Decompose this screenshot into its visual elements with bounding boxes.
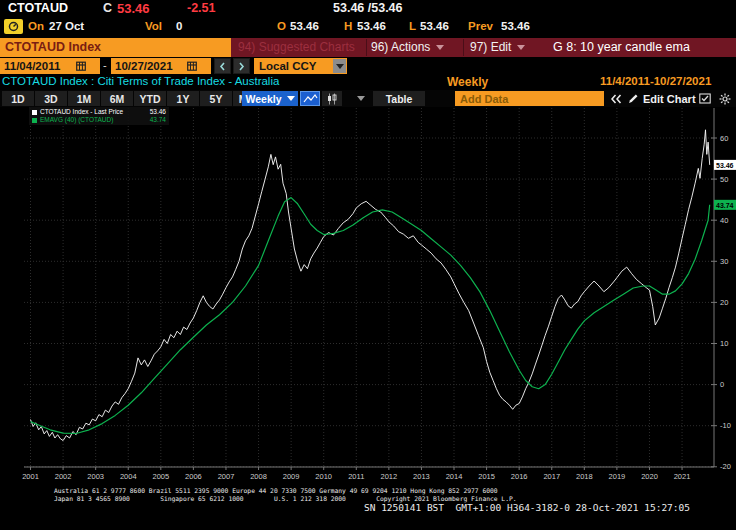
- x-axis-year-label: 2011: [348, 472, 364, 481]
- security-field[interactable]: CTOTAUD Index: [0, 38, 231, 57]
- chart-template-name: G 8: 10 year candle ema: [553, 38, 690, 57]
- menu-divider: [366, 39, 367, 56]
- ticker-symbol: CTOTAUD: [8, 1, 68, 15]
- high-label: H: [344, 20, 352, 32]
- currency-value: Local CCY: [259, 60, 317, 72]
- periodicity-label: Weekly: [246, 93, 282, 105]
- currency-dropdown-button[interactable]: [333, 59, 346, 73]
- menu-divider: [463, 39, 464, 56]
- edit-chart-label: Edit Chart: [643, 93, 696, 105]
- chevron-down-icon: [357, 96, 365, 101]
- end-date-box: [111, 58, 211, 74]
- menu-suggested-charts[interactable]: 94) Suggested Charts: [238, 38, 355, 57]
- range-button-1y[interactable]: 1Y: [167, 91, 199, 106]
- y-axis-tick-label: 10: [720, 339, 728, 348]
- y-axis-tick-label: 50: [720, 175, 728, 184]
- low-value: 53.46: [420, 20, 449, 32]
- range-button-6m[interactable]: 6M: [101, 91, 133, 106]
- chart-title-bar: CTOTAUD Index : Citi Terms of Trade Inde…: [0, 75, 736, 90]
- range-button-ytd[interactable]: YTD: [134, 91, 166, 106]
- range-button-5y[interactable]: 5Y: [200, 91, 232, 106]
- legend-swatch: [32, 110, 37, 115]
- range-button-3d[interactable]: 3D: [35, 91, 67, 106]
- add-data-input[interactable]: [455, 91, 604, 106]
- y-axis-tick-label: 40: [720, 216, 728, 225]
- x-axis-year-label: 2015: [478, 472, 495, 481]
- legend-label: CTOTAUD Index - Last Price: [40, 108, 123, 116]
- x-axis-year-label: 2021: [674, 472, 691, 481]
- menu-edit[interactable]: 97) Edit: [470, 38, 525, 57]
- x-axis-year-label: 2016: [511, 472, 528, 481]
- x-axis-year-label: 2008: [250, 472, 267, 481]
- x-axis-year-label: 2001: [22, 472, 39, 481]
- vol-label: Vol: [145, 20, 162, 32]
- chevron-down-icon: [517, 45, 525, 50]
- terminal-session-line: SN 1250141 BST GMT+1:00 H364-3182-0 28-O…: [0, 502, 690, 513]
- chevron-down-icon: [436, 45, 444, 50]
- price-tag: 53.46: [714, 160, 736, 170]
- table-button[interactable]: Table: [373, 91, 425, 106]
- double-chevron-left-icon: [610, 94, 622, 104]
- series-last-price: [31, 130, 710, 441]
- high-value: 53.46: [357, 20, 386, 32]
- chart-period: Weekly: [447, 75, 488, 89]
- x-axis-year-label: 2010: [315, 472, 332, 481]
- low-label: L: [409, 20, 416, 32]
- gear-icon: [719, 93, 731, 105]
- y-axis-tick-label: 60: [720, 134, 728, 143]
- periodicity-selector[interactable]: Weekly: [242, 91, 298, 106]
- bid-ask: 53.46 /53.46: [333, 1, 403, 15]
- x-axis-year-label: 2002: [55, 472, 72, 481]
- x-axis-year-label: 2005: [152, 472, 169, 481]
- annotate-button[interactable]: [697, 91, 713, 106]
- collapse-panel-button[interactable]: [607, 91, 624, 106]
- menu-bar: CTOTAUD Index 94) Suggested Charts 96) A…: [0, 38, 736, 57]
- start-date-box: [0, 58, 100, 74]
- range-forward-button[interactable]: [233, 58, 250, 74]
- currency-selector[interactable]: Local CCY: [254, 58, 347, 74]
- range-button-1m[interactable]: 1M: [68, 91, 100, 106]
- start-date-input[interactable]: [4, 60, 76, 72]
- legend-item[interactable]: EMAVG (40) (CTOTAUD)43.74: [32, 116, 166, 124]
- date-range-bar: - Local CCY: [0, 58, 736, 76]
- status-bar: Australia 61 2 9777 8600 Brazil 5511 239…: [0, 487, 736, 513]
- x-axis-year-label: 2012: [381, 472, 398, 481]
- candlestick-icon: [326, 93, 338, 105]
- range-back-button[interactable]: [214, 58, 231, 74]
- bloomberg-terminal-window: CTOTAUD C 53.46 -2.51 53.46 /53.46 On 27…: [0, 0, 736, 530]
- legend-value: 43.74: [146, 116, 166, 124]
- price-change: -2.51: [187, 1, 216, 15]
- edit-chart-button[interactable]: Edit Chart: [628, 91, 696, 106]
- y-axis-tick-label: 30: [720, 257, 728, 266]
- open-value: 53.46: [290, 20, 319, 32]
- pencil-icon: [628, 93, 639, 104]
- calendar-icon[interactable]: [187, 61, 197, 71]
- chevron-down-icon: [336, 64, 344, 69]
- series-emavg: [31, 198, 710, 434]
- x-axis-year-label: 2020: [641, 472, 658, 481]
- chart-plot-area[interactable]: 2001200220032004200520062007200820092010…: [0, 105, 736, 485]
- on-date: 27 Oct: [49, 20, 84, 32]
- end-date-input[interactable]: [115, 60, 187, 72]
- open-label: O: [277, 20, 286, 32]
- line-chart-type-button[interactable]: [300, 91, 320, 106]
- candle-chart-type-button[interactable]: [322, 91, 342, 106]
- svg-text:43.74: 43.74: [716, 202, 734, 209]
- menu-actions[interactable]: 96) Actions: [371, 38, 444, 57]
- settings-button[interactable]: [717, 91, 733, 106]
- chart-date-range: 11/4/2011-10/27/2021: [600, 75, 711, 87]
- calendar-icon[interactable]: [76, 61, 86, 71]
- contact-line-1: Australia 61 2 9777 8600 Brazil 5511 239…: [0, 487, 736, 495]
- x-axis-year-label: 2017: [543, 472, 560, 481]
- price-tag: 43.74: [714, 200, 736, 210]
- legend-value: 53.46: [146, 108, 166, 116]
- legend-item[interactable]: CTOTAUD Index - Last Price53.46: [32, 108, 166, 116]
- close-label: C: [103, 1, 112, 15]
- x-axis-year-label: 2009: [283, 472, 300, 481]
- range-button-1d[interactable]: 1D: [2, 91, 34, 106]
- x-axis-year-label: 2019: [609, 472, 626, 481]
- chart-title: CTOTAUD Index : Citi Terms of Trade Inde…: [2, 75, 279, 87]
- more-chart-types-button[interactable]: [354, 91, 367, 106]
- delayed-data-gauge-icon[interactable]: [4, 19, 23, 34]
- y-axis-tick-label: -20: [720, 462, 731, 471]
